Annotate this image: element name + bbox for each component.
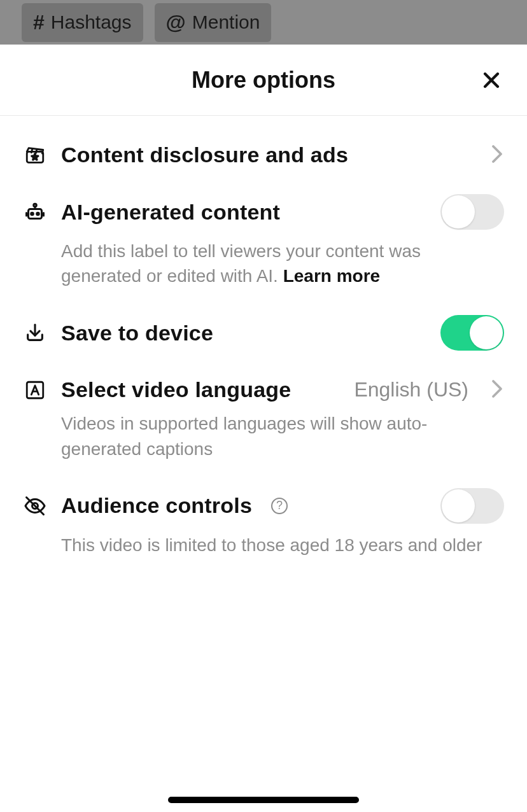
at-icon: @ <box>166 11 186 34</box>
row-title: AI-generated content <box>61 200 280 225</box>
toggle-knob <box>442 489 475 522</box>
home-indicator <box>168 797 359 803</box>
svg-point-6 <box>31 213 34 215</box>
language-value: English (US) <box>354 378 468 402</box>
row-video-language[interactable]: Select video language English (US) Video… <box>23 351 504 461</box>
save-to-device-toggle[interactable] <box>440 315 504 351</box>
download-icon <box>23 322 47 344</box>
toggle-knob <box>442 195 475 228</box>
toggle-knob <box>470 316 503 349</box>
chevron-right-icon <box>490 379 504 401</box>
background-compose-bar: # Hashtags @ Mention <box>0 0 527 45</box>
mention-chip-label: Mention <box>192 11 260 33</box>
more-options-sheet: More options ★ Co <box>0 45 527 812</box>
learn-more-link[interactable]: Learn more <box>283 266 381 286</box>
svg-text:★: ★ <box>31 152 39 162</box>
sheet-header: More options <box>0 45 527 116</box>
row-description: Videos in supported languages will show … <box>61 411 504 461</box>
audience-controls-toggle[interactable] <box>440 488 504 524</box>
hashtags-chip[interactable]: # Hashtags <box>22 3 143 42</box>
chevron-right-icon <box>490 144 504 166</box>
row-description: Add this label to tell viewers your cont… <box>61 239 504 288</box>
row-content-disclosure[interactable]: ★ Content disclosure and ads <box>23 116 504 167</box>
row-audience-controls: Audience controls ? This video is limite… <box>23 461 504 557</box>
ai-content-toggle[interactable] <box>440 194 504 230</box>
row-ai-generated: AI-generated content Add this label to t… <box>23 167 504 288</box>
row-title: Audience controls <box>61 493 252 518</box>
eye-off-icon <box>23 494 47 517</box>
row-save-to-device: Save to device <box>23 288 504 351</box>
row-title: Save to device <box>61 321 213 346</box>
row-title: Select video language <box>61 377 291 402</box>
close-button[interactable] <box>477 66 505 94</box>
hash-icon: # <box>33 11 45 34</box>
robot-icon <box>23 200 47 223</box>
sheet-title: More options <box>192 67 335 94</box>
language-a-icon <box>23 379 47 401</box>
svg-rect-13 <box>27 382 43 398</box>
close-icon <box>481 69 502 91</box>
row-title: Content disclosure and ads <box>61 143 348 167</box>
svg-point-7 <box>37 213 39 215</box>
hashtags-chip-label: Hashtags <box>51 11 132 33</box>
clapperboard-icon: ★ <box>23 144 47 166</box>
help-icon[interactable]: ? <box>271 498 288 514</box>
mention-chip[interactable]: @ Mention <box>155 3 272 42</box>
row-description: This video is limited to those aged 18 y… <box>61 533 504 557</box>
